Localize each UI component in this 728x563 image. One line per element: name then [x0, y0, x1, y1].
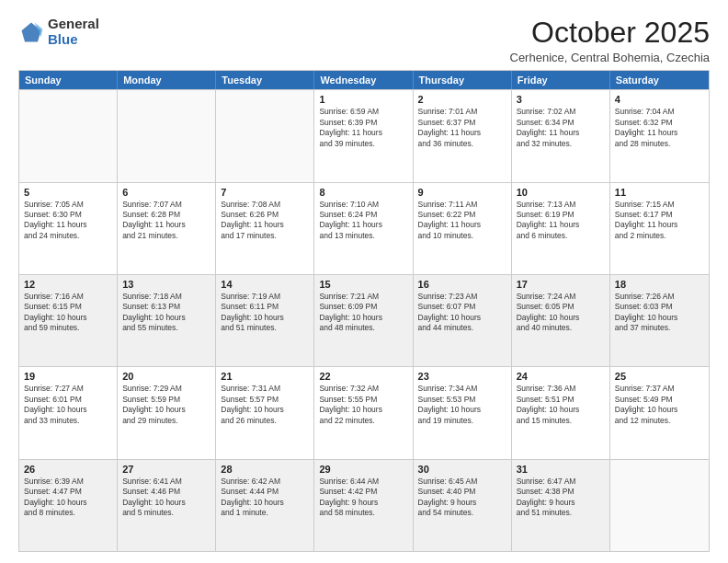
cell-info: Sunrise: 7:24 AM Sunset: 6:05 PM Dayligh…: [517, 292, 605, 334]
day-number: 24: [517, 371, 605, 382]
cell-info: Sunrise: 6:44 AM Sunset: 4:42 PM Dayligh…: [319, 477, 407, 519]
cell-info: Sunrise: 7:16 AM Sunset: 6:15 PM Dayligh…: [24, 292, 112, 334]
day-number: 27: [122, 464, 210, 475]
month-title: October 2025: [510, 17, 711, 49]
cell-info: Sunrise: 7:23 AM Sunset: 6:07 PM Dayligh…: [418, 292, 506, 334]
day-number: 28: [221, 464, 309, 475]
calendar-cell: 30Sunrise: 6:45 AM Sunset: 4:40 PM Dayli…: [414, 460, 512, 551]
cell-info: Sunrise: 7:01 AM Sunset: 6:37 PM Dayligh…: [418, 107, 506, 149]
day-number: 1: [319, 94, 407, 105]
day-number: 31: [517, 464, 605, 475]
day-number: 3: [517, 94, 605, 105]
cell-info: Sunrise: 6:59 AM Sunset: 6:39 PM Dayligh…: [319, 107, 407, 149]
day-number: 19: [24, 371, 112, 382]
page: General Blue October 2025 Cerhenice, Cen…: [0, 0, 728, 563]
cell-info: Sunrise: 7:11 AM Sunset: 6:22 PM Dayligh…: [418, 200, 506, 242]
calendar-cell: 27Sunrise: 6:41 AM Sunset: 4:46 PM Dayli…: [118, 460, 216, 551]
calendar-cell: [610, 460, 709, 551]
day-number: 5: [24, 187, 112, 198]
calendar-cell: 6Sunrise: 7:07 AM Sunset: 6:28 PM Daylig…: [118, 183, 216, 274]
calendar-cell: 31Sunrise: 6:47 AM Sunset: 4:38 PM Dayli…: [512, 460, 610, 551]
calendar-cell: 24Sunrise: 7:36 AM Sunset: 5:51 PM Dayli…: [512, 367, 610, 458]
cell-info: Sunrise: 7:31 AM Sunset: 5:57 PM Dayligh…: [221, 384, 309, 426]
logo-general-label: General: [48, 17, 99, 32]
calendar-row: 19Sunrise: 7:27 AM Sunset: 6:01 PM Dayli…: [19, 366, 709, 458]
calendar-row: 1Sunrise: 6:59 AM Sunset: 6:39 PM Daylig…: [19, 89, 709, 181]
weekday-header: Tuesday: [216, 71, 314, 89]
calendar-cell: 28Sunrise: 6:42 AM Sunset: 4:44 PM Dayli…: [216, 460, 314, 551]
cell-info: Sunrise: 6:47 AM Sunset: 4:38 PM Dayligh…: [517, 477, 605, 519]
calendar-body: 1Sunrise: 6:59 AM Sunset: 6:39 PM Daylig…: [19, 89, 709, 551]
calendar-cell: 11Sunrise: 7:15 AM Sunset: 6:17 PM Dayli…: [610, 183, 709, 274]
day-number: 9: [418, 187, 506, 198]
cell-info: Sunrise: 7:26 AM Sunset: 6:03 PM Dayligh…: [615, 292, 704, 334]
calendar-cell: [216, 90, 314, 181]
day-number: 20: [122, 371, 210, 382]
day-number: 25: [615, 371, 704, 382]
cell-info: Sunrise: 7:27 AM Sunset: 6:01 PM Dayligh…: [24, 384, 112, 426]
calendar-cell: 29Sunrise: 6:44 AM Sunset: 4:42 PM Dayli…: [314, 460, 413, 551]
day-number: 15: [319, 279, 407, 290]
cell-info: Sunrise: 7:13 AM Sunset: 6:19 PM Dayligh…: [517, 200, 605, 242]
weekday-header: Wednesday: [314, 71, 413, 89]
calendar-cell: 15Sunrise: 7:21 AM Sunset: 6:09 PM Dayli…: [314, 275, 413, 366]
cell-info: Sunrise: 6:45 AM Sunset: 4:40 PM Dayligh…: [418, 477, 506, 519]
cell-info: Sunrise: 7:04 AM Sunset: 6:32 PM Dayligh…: [615, 107, 704, 149]
calendar-cell: 1Sunrise: 6:59 AM Sunset: 6:39 PM Daylig…: [314, 90, 413, 181]
calendar-row: 26Sunrise: 6:39 AM Sunset: 4:47 PM Dayli…: [19, 459, 709, 551]
calendar-cell: 8Sunrise: 7:10 AM Sunset: 6:24 PM Daylig…: [314, 183, 413, 274]
day-number: 18: [615, 279, 704, 290]
cell-info: Sunrise: 7:05 AM Sunset: 6:30 PM Dayligh…: [24, 200, 112, 242]
weekday-header: Monday: [118, 71, 216, 89]
calendar-cell: 22Sunrise: 7:32 AM Sunset: 5:55 PM Dayli…: [314, 367, 413, 458]
day-number: 16: [418, 279, 506, 290]
calendar-cell: 5Sunrise: 7:05 AM Sunset: 6:30 PM Daylig…: [19, 183, 118, 274]
day-number: 12: [24, 279, 112, 290]
day-number: 7: [221, 187, 309, 198]
calendar-cell: [118, 90, 216, 181]
cell-info: Sunrise: 6:42 AM Sunset: 4:44 PM Dayligh…: [221, 477, 309, 519]
calendar-cell: 7Sunrise: 7:08 AM Sunset: 6:26 PM Daylig…: [216, 183, 314, 274]
calendar-cell: 16Sunrise: 7:23 AM Sunset: 6:07 PM Dayli…: [414, 275, 512, 366]
day-number: 22: [319, 371, 407, 382]
calendar-cell: 14Sunrise: 7:19 AM Sunset: 6:11 PM Dayli…: [216, 275, 314, 366]
day-number: 10: [517, 187, 605, 198]
cell-info: Sunrise: 7:21 AM Sunset: 6:09 PM Dayligh…: [319, 292, 407, 334]
calendar-cell: 9Sunrise: 7:11 AM Sunset: 6:22 PM Daylig…: [414, 183, 512, 274]
calendar-cell: 19Sunrise: 7:27 AM Sunset: 6:01 PM Dayli…: [19, 367, 118, 458]
weekday-header: Friday: [512, 71, 610, 89]
cell-info: Sunrise: 7:19 AM Sunset: 6:11 PM Dayligh…: [221, 292, 309, 334]
cell-info: Sunrise: 7:02 AM Sunset: 6:34 PM Dayligh…: [517, 107, 605, 149]
day-number: 8: [319, 187, 407, 198]
day-number: 2: [418, 94, 506, 105]
logo: General Blue: [18, 17, 99, 47]
day-number: 29: [319, 464, 407, 475]
day-number: 13: [122, 279, 210, 290]
calendar-cell: 13Sunrise: 7:18 AM Sunset: 6:13 PM Dayli…: [118, 275, 216, 366]
day-number: 26: [24, 464, 112, 475]
calendar-cell: 20Sunrise: 7:29 AM Sunset: 5:59 PM Dayli…: [118, 367, 216, 458]
calendar-cell: 25Sunrise: 7:37 AM Sunset: 5:49 PM Dayli…: [610, 367, 709, 458]
cell-info: Sunrise: 7:29 AM Sunset: 5:59 PM Dayligh…: [122, 384, 210, 426]
calendar-cell: 4Sunrise: 7:04 AM Sunset: 6:32 PM Daylig…: [610, 90, 709, 181]
calendar-row: 5Sunrise: 7:05 AM Sunset: 6:30 PM Daylig…: [19, 182, 709, 274]
cell-info: Sunrise: 7:36 AM Sunset: 5:51 PM Dayligh…: [517, 384, 605, 426]
calendar-cell: 26Sunrise: 6:39 AM Sunset: 4:47 PM Dayli…: [19, 460, 118, 551]
calendar-header: SundayMondayTuesdayWednesdayThursdayFrid…: [19, 71, 709, 89]
cell-info: Sunrise: 7:08 AM Sunset: 6:26 PM Dayligh…: [221, 200, 309, 242]
location: Cerhenice, Central Bohemia, Czechia: [510, 51, 711, 64]
cell-info: Sunrise: 7:37 AM Sunset: 5:49 PM Dayligh…: [615, 384, 704, 426]
day-number: 17: [517, 279, 605, 290]
day-number: 30: [418, 464, 506, 475]
calendar-cell: 10Sunrise: 7:13 AM Sunset: 6:19 PM Dayli…: [512, 183, 610, 274]
cell-info: Sunrise: 6:39 AM Sunset: 4:47 PM Dayligh…: [24, 477, 112, 519]
day-number: 11: [615, 187, 704, 198]
calendar: SundayMondayTuesdayWednesdayThursdayFrid…: [18, 70, 710, 552]
day-number: 23: [418, 371, 506, 382]
header: General Blue October 2025 Cerhenice, Cen…: [18, 17, 710, 64]
day-number: 6: [122, 187, 210, 198]
day-number: 4: [615, 94, 704, 105]
logo-icon: [18, 19, 44, 45]
title-block: October 2025 Cerhenice, Central Bohemia,…: [510, 17, 711, 64]
cell-info: Sunrise: 7:10 AM Sunset: 6:24 PM Dayligh…: [319, 200, 407, 242]
